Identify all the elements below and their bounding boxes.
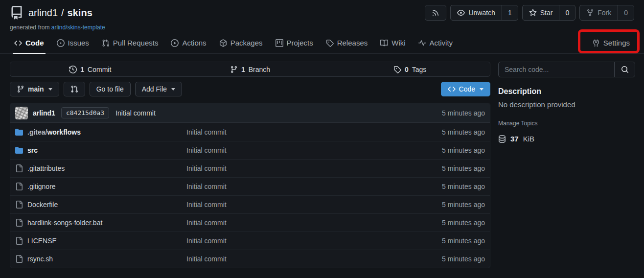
folder-link[interactable]: .gitea/workflows [15,128,186,136]
stat-label: Commit [88,66,111,73]
star-button-main[interactable]: Star [523,5,559,20]
repo-sidebar: Description No description provided Mana… [498,62,635,268]
star-count[interactable]: 0 [559,5,575,20]
star-button[interactable]: Star0 [522,5,575,21]
chevron-down-icon [48,88,52,91]
entry-commit-message[interactable]: Initial commit [186,237,227,245]
eye-icon [457,9,465,17]
file-icon [15,201,23,208]
project-icon [276,39,283,47]
rss-button-main[interactable] [425,5,446,20]
entry-commit-message[interactable]: Initial commit [186,183,227,190]
entry-commit-message[interactable]: Initial commit [186,146,227,154]
generated-from-text: generated from [10,24,51,31]
fork-count[interactable]: 0 [618,5,634,20]
file-row-LICENSE: LICENSEInitial commit5 minutes ago [10,232,490,250]
tab-projects[interactable]: Projects [269,33,320,53]
fork-button-main[interactable]: Fork [580,5,618,20]
entry-time: 5 minutes ago [442,183,485,190]
file-icon [15,219,23,227]
file-icon [15,255,23,263]
tab-activity[interactable]: Activity [412,33,460,53]
tab-actions[interactable]: Actions [164,33,212,53]
tab-settings-label: Settings [603,39,630,47]
file-link[interactable]: rsync.sh [15,255,186,263]
file-link[interactable]: LICENSE [15,237,186,245]
tab-wiki[interactable]: Wiki [374,33,412,53]
search-input[interactable] [499,62,614,77]
stat-commit[interactable]: 1Commit [10,62,170,76]
file-link[interactable]: hardlink-songs-folder.bat [15,219,186,227]
file-icon [15,237,23,245]
file-table: arlind1 c84215d0a3 Initial commit 5 minu… [10,103,490,268]
tab-code[interactable]: Code [8,33,50,53]
search-button[interactable] [614,62,635,77]
code-icon [448,85,456,93]
title-separator: / [61,7,64,19]
tab-releases[interactable]: Releases [320,33,374,53]
entry-commit-message[interactable]: Initial commit [186,201,227,208]
rss-button[interactable] [425,5,446,21]
chevron-down-icon [171,88,175,91]
chevron-down-icon [480,88,483,91]
entry-name: src [27,146,38,154]
entry-time: 5 minutes ago [442,164,485,172]
code-download-button[interactable]: Code [441,82,490,96]
folder-link[interactable]: src [15,146,186,154]
fork-button[interactable]: Fork0 [579,5,634,21]
go-to-file-button[interactable]: Go to file [90,82,131,96]
tab-issues[interactable]: Issues [50,33,95,53]
entry-commit-message[interactable]: Initial commit [186,128,227,136]
add-file-button[interactable]: Add File [135,82,182,96]
compare-button[interactable] [64,82,85,96]
commit-time: 5 minutes ago [442,109,485,117]
repo-owner-link[interactable]: arlind1 [28,7,58,19]
pulse-icon [418,39,426,47]
entry-time: 5 minutes ago [442,237,485,245]
file-link[interactable]: .gitattributes [15,164,186,172]
entry-commit-message[interactable]: Initial commit [186,255,227,263]
entry-base-name: LICENSE [27,237,57,245]
tab-packages[interactable]: Packages [213,33,269,53]
description-title: Description [498,87,635,96]
file-row-Dockerfile: DockerfileInitial commit5 minutes ago [10,195,490,213]
repo-name-link[interactable]: skins [68,7,92,19]
template-link[interactable]: arlind/skins-template [51,24,105,31]
tab-wiki-label: Wiki [391,39,405,47]
branch-icon [230,66,238,73]
commit-message-link[interactable]: Initial commit [115,109,156,117]
fork-label: Fork [598,9,611,17]
tab-actions-label: Actions [182,39,206,47]
tab-issues-label: Issues [68,39,89,47]
tab-packages-label: Packages [230,39,263,47]
tab-pull-requests[interactable]: Pull Requests [95,33,165,53]
commit-hash-link[interactable]: c84215d0a3 [61,107,109,118]
code-icon [14,39,22,47]
stat-tags[interactable]: 0Tags [330,62,490,76]
repo-action-buttons: Unwatch1Star0Fork0 [425,5,634,21]
file-link[interactable]: Dockerfile [15,201,186,208]
entry-commit-message[interactable]: Initial commit [186,219,227,227]
branch-select-button[interactable]: main [10,82,59,96]
file-row-hardlink-songs-folder.bat: hardlink-songs-folder.batInitial commit5… [10,213,490,232]
tab-settings[interactable]: Settings [586,33,636,53]
manage-topics-link[interactable]: Manage Topics [498,120,538,127]
entry-time: 5 minutes ago [442,255,485,263]
avatar[interactable] [15,107,28,119]
file-link[interactable]: .gitignore [15,183,186,190]
unwatch-button[interactable]: Unwatch1 [450,5,518,21]
entry-name: .gitignore [27,183,56,190]
unwatch-button-main[interactable]: Unwatch [451,5,501,20]
commit-author-link[interactable]: arlind1 [33,109,55,117]
unwatch-count[interactable]: 1 [502,5,518,20]
latest-commit-row: arlind1 c84215d0a3 Initial commit 5 minu… [10,103,490,123]
entry-name: LICENSE [27,237,57,245]
stat-branch[interactable]: 1Branch [170,62,330,76]
entry-name: .gitea/workflows [27,128,81,136]
entry-name: rsync.sh [27,255,53,263]
file-icon [15,164,23,172]
entry-commit-message[interactable]: Initial commit [186,164,227,172]
repo-size-value: 37 [510,135,519,143]
tab-projects-label: Projects [287,39,313,47]
branch-name: main [28,85,44,93]
